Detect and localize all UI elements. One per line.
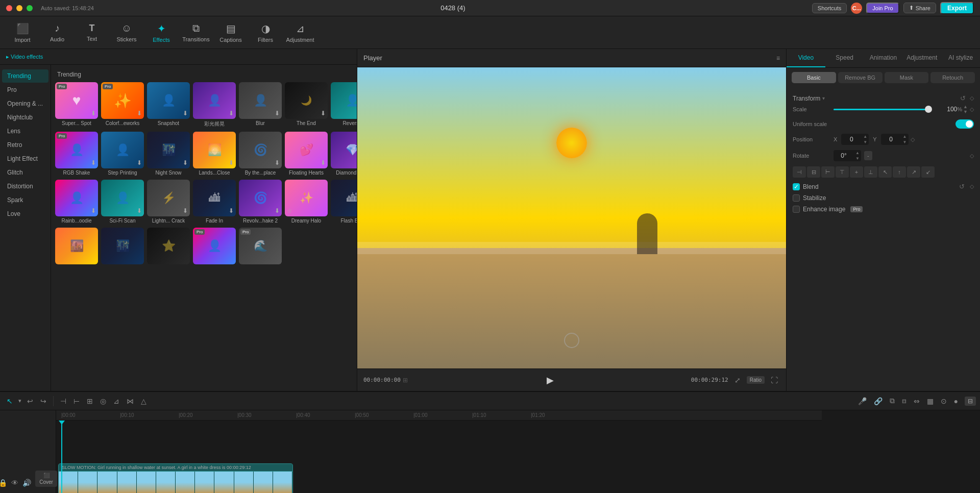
download-icon[interactable]: ⬇ [275,159,280,166]
effect-rainbow-hoodie[interactable]: 👤 ⬇ Rainb...oodie [55,180,98,224]
player-menu-icon[interactable]: ≡ [776,55,780,62]
tl-freeze-btn[interactable]: △ [138,396,149,407]
effect-rgb-shake[interactable]: Pro 👤 ⬇ RGB Shake [55,132,98,176]
tl-attach-btn[interactable]: 🔗 [871,396,885,407]
close-button[interactable] [6,5,12,11]
tool-transitions[interactable]: ⧉ Transitions [180,18,212,47]
effect-dreamy-halo[interactable]: ✨ ☆ Dreamy Halo [285,180,328,224]
align-tl-btn[interactable]: ↖ [878,166,892,178]
blend-reset-icon[interactable]: ↺ [959,183,965,190]
play-button[interactable]: ▶ [547,375,554,386]
star-icon[interactable]: ☆ [287,207,292,214]
tool-effects[interactable]: ✦ Effects [145,18,178,47]
tl-clip-btn[interactable]: ⧉ [887,395,897,407]
tool-adjustment[interactable]: ⊿ Adjustment [284,18,316,47]
effect-revolve-shake[interactable]: 🌀 ⬇ Revolv...hake 2 [239,180,282,224]
effect-fade-in[interactable]: 🏙 ⬇ Fade In [193,180,236,224]
tl-clock-btn[interactable]: ⊙ [938,396,949,407]
cover-button[interactable]: ⬛ Cover [35,471,57,487]
ratio-button[interactable]: Ratio [747,376,765,384]
tl-delete2-btn[interactable]: ● [951,396,961,407]
rotate-reset-dash[interactable]: - [864,151,872,160]
sidebar-item-pro[interactable]: Pro [2,83,48,96]
effect-r4-4[interactable]: Pro 👤 [193,228,236,266]
download-icon[interactable]: ⬇ [91,159,96,166]
transform-reset-icon[interactable]: ↺ [960,94,966,102]
effect-lands-close[interactable]: 🌅 ⬇ Lands...Close [193,132,236,176]
align-tr-btn[interactable]: ↗ [907,166,920,178]
align-bl-btn[interactable]: ↙ [921,166,935,178]
tool-audio[interactable]: ♪ Audio [41,18,74,47]
download-icon[interactable]: ⬇ [229,110,234,117]
blend-keyframe-icon[interactable]: ◇ [970,183,974,190]
sidebar-item-spark[interactable]: Spark [2,193,48,207]
tl-undo[interactable]: ↩ [24,396,36,407]
sidebar-item-light[interactable]: Light Effect [2,152,48,165]
tl-delete-btn[interactable]: ⋈ [124,396,136,407]
join-pro-button[interactable]: Join Pro [866,3,899,14]
blend-checkbox[interactable]: ✓ [793,183,800,190]
effect-blur[interactable]: 👤 ⬇ Blur [239,82,282,128]
download-icon[interactable]: ⬇ [137,110,142,117]
scale-keyframe-icon[interactable]: ◇ [970,106,974,113]
share-button[interactable]: ⬆ Share [903,3,936,13]
align-right-btn[interactable]: ⊢ [821,166,835,178]
sidebar-item-trending[interactable]: Trending [2,69,48,83]
user-avatar[interactable]: C... [851,3,862,14]
tool-filters[interactable]: ◑ Filters [249,18,282,47]
tool-captions[interactable]: ▤ Captions [214,18,247,47]
sidebar-item-nightclub[interactable]: Nightclub [2,111,48,124]
effect-colorworks[interactable]: Pro ✨ ⬇ Colorf...eworks [101,82,144,128]
subtab-basic[interactable]: Basic [792,72,836,83]
rotate-input[interactable]: ▲ ▼ [834,150,861,161]
download-icon[interactable]: ⬇ [137,159,142,166]
pos-x-up[interactable]: ▲ [862,134,869,139]
tl-eye-icon[interactable]: 👁 [11,479,18,487]
rotate-keyframe-icon[interactable]: ◇ [970,153,974,159]
scale-slider[interactable] [834,104,928,114]
download-icon[interactable]: ⬇ [321,110,326,117]
effect-lightning-crack[interactable]: ⚡ ⬇ Lightn... Crack [147,180,190,224]
tl-dropdown[interactable]: ▾ [17,398,22,404]
video-clip[interactable]: SLOW MOTION: Girl running in shallow wat… [58,463,293,493]
minimize-button[interactable] [16,5,22,11]
effect-r4-1[interactable]: 🌆 [55,228,98,266]
position-keyframe-icon[interactable]: ◇ [911,136,915,143]
effect-r4-2[interactable]: 🌃 [101,228,144,266]
effect-floating-hearts[interactable]: 💕 ⬇ Floating Hearts [285,132,328,176]
sidebar-item-love[interactable]: Love [2,207,48,220]
fullscreen-icon[interactable]: ⤢ [732,375,743,385]
scale-up-arrow[interactable]: ▲ [963,104,968,109]
effect-r4-5[interactable]: Pro 🌊 [239,228,282,266]
align-bottom-btn[interactable]: ⊥ [864,166,877,178]
stabilize-checkbox[interactable] [793,194,800,202]
tab-adjustment[interactable]: Adjustment [902,49,941,67]
tool-stickers[interactable]: ☺ Stickers [110,18,143,47]
download-icon[interactable]: ⬇ [229,207,234,214]
pos-y-up[interactable]: ▲ [901,134,909,139]
effect-r4-3[interactable]: ⭐ [147,228,190,266]
tab-animation[interactable]: Animation [864,49,903,67]
tl-crop-btn[interactable]: ⊞ [84,396,95,407]
tl-lock-icon[interactable]: 🔒 [0,479,7,487]
playhead[interactable] [61,421,62,493]
tab-ai-stylize[interactable]: AI stylize [941,49,980,67]
tab-video[interactable]: Video [787,49,825,67]
download-icon[interactable]: ⬇ [321,159,326,166]
effect-the-end[interactable]: 🌙 ⬇ The End [285,82,328,128]
effect-snapshot[interactable]: 👤 ⬇ Snapshot [147,82,190,128]
rotate-up[interactable]: ▲ [854,150,861,156]
tl-rotate-btn[interactable]: ◎ [97,396,109,407]
fullscreen-button[interactable] [27,5,33,11]
sidebar-item-opening[interactable]: Opening & ... [2,97,48,110]
download-icon[interactable]: ⬇ [137,207,142,214]
tl-zoom-to-fit[interactable]: ⊟ [965,397,976,406]
rotate-down[interactable]: ▼ [854,156,861,161]
download-icon[interactable]: ⬇ [183,110,188,117]
shortcuts-button[interactable]: Shortcuts [812,3,847,13]
download-icon[interactable]: ⬇ [91,110,96,117]
download-icon[interactable]: ⬇ [275,110,280,117]
pos-y-down[interactable]: ▼ [901,139,909,145]
download-icon[interactable]: ⬇ [183,159,188,166]
sidebar-item-distortion[interactable]: Distortion [2,180,48,193]
